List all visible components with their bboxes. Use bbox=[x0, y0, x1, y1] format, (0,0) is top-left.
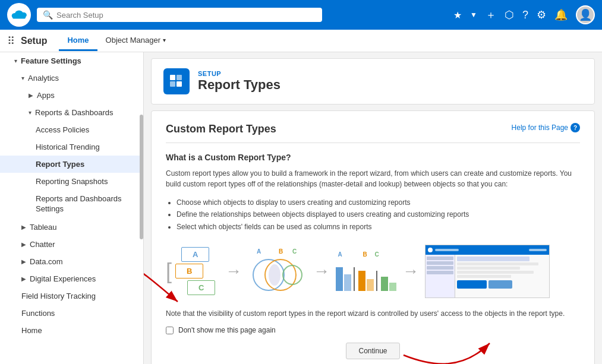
sidebar-item-label: Historical Trending bbox=[36, 143, 100, 151]
dont-show-checkbox[interactable] bbox=[166, 327, 174, 334]
sidebar-item-label: Tableau bbox=[30, 223, 57, 232]
setup-label: SETUP bbox=[198, 70, 280, 77]
checkbox-row: Don't show me this page again bbox=[166, 326, 580, 334]
chevron-down-icon: ▾ bbox=[14, 58, 17, 64]
box-b: B bbox=[175, 264, 203, 278]
section-title-row: Custom Report Types Help for this Page ? bbox=[166, 123, 580, 143]
screenshot-thumbnail bbox=[425, 245, 550, 298]
search-input[interactable] bbox=[56, 11, 316, 20]
page-title: Report Types bbox=[198, 77, 280, 93]
svg-rect-4 bbox=[170, 75, 175, 80]
sidebar-item-label: Analytics bbox=[28, 74, 59, 83]
sidebar-item-reports-dashboards-settings[interactable]: Reports and Dashboards Settings bbox=[0, 190, 143, 219]
help-text: Help for this Page bbox=[512, 124, 568, 132]
help-icon[interactable]: ? bbox=[522, 9, 528, 21]
sidebar-item-analytics[interactable]: ▾ Analytics bbox=[0, 69, 143, 87]
subsection-title: What is a Custom Report Type? bbox=[166, 153, 580, 162]
top-icons: ★ ▼ ＋ ⬡ ? ⚙ 🔔 👤 bbox=[453, 5, 595, 24]
sidebar-item-functions[interactable]: Functions bbox=[0, 305, 143, 322]
sidebar-item-digital-experiences[interactable]: ▶ Digital Experiences bbox=[0, 270, 143, 287]
chevron-right-icon: ▶ bbox=[21, 241, 26, 248]
chevron-right-icon: ▶ bbox=[21, 276, 26, 282]
tab-home[interactable]: Home bbox=[59, 31, 97, 51]
sidebar-item-access-policies[interactable]: Access Policies bbox=[0, 121, 143, 138]
setup-title: Setup bbox=[21, 36, 47, 46]
search-icon: 🔍 bbox=[43, 10, 53, 20]
chevron-down-icon: ▾ bbox=[163, 37, 166, 43]
venn-diagram: A B C bbox=[248, 246, 307, 296]
boxes-diagram: A B C bbox=[173, 245, 218, 297]
top-navigation-bar: 🔍 ★ ▼ ＋ ⬡ ? ⚙ 🔔 👤 bbox=[0, 0, 602, 30]
section-title: Custom Report Types bbox=[166, 123, 276, 135]
note-text: Note that the visibility of custom repor… bbox=[166, 308, 580, 319]
sidebar-item-chatter[interactable]: ▶ Chatter bbox=[0, 236, 143, 253]
sidebar-item-reports-dashboards[interactable]: ▾ Reports & Dashboards bbox=[0, 104, 143, 121]
sidebar-item-label: Functions bbox=[21, 309, 55, 318]
salesforce-logo[interactable] bbox=[7, 3, 31, 27]
dropdown-icon[interactable]: ▼ bbox=[470, 11, 477, 19]
star-icon[interactable]: ★ bbox=[453, 10, 462, 21]
chevron-down-icon: ▾ bbox=[29, 109, 31, 116]
salesforce-icon[interactable]: ⬡ bbox=[505, 8, 514, 21]
sidebar-item-reporting-snapshots[interactable]: Reporting Snapshots bbox=[0, 173, 143, 190]
svg-text:B: B bbox=[279, 248, 283, 255]
sidebar-item-apps[interactable]: ▶ Apps bbox=[0, 87, 143, 104]
chevron-down-icon: ▾ bbox=[21, 75, 24, 81]
sidebar: ▾ Feature Settings ▾ Analytics ▶ Apps ▾ … bbox=[0, 52, 144, 364]
svg-rect-7 bbox=[176, 81, 182, 87]
content-area: SETUP Report Types Custom Report Types H… bbox=[144, 52, 602, 364]
sidebar-item-label: Field History Tracking bbox=[21, 292, 96, 300]
arrow-right-icon: → bbox=[225, 262, 242, 281]
sidebar-item-tableau[interactable]: ▶ Tableau bbox=[0, 219, 143, 236]
svg-rect-6 bbox=[170, 81, 175, 87]
bracket-icon: [ bbox=[166, 261, 172, 282]
page-header: SETUP Report Types bbox=[151, 58, 595, 105]
notifications-icon[interactable]: 🔔 bbox=[554, 8, 568, 21]
sidebar-item-home[interactable]: Home bbox=[0, 322, 143, 339]
list-item: Choose which objects to display to users… bbox=[176, 197, 580, 208]
header-text: SETUP Report Types bbox=[198, 70, 280, 93]
sidebar-item-label: Home bbox=[21, 326, 42, 335]
svg-rect-5 bbox=[176, 75, 182, 80]
box-c: C bbox=[187, 280, 215, 295]
chevron-right-icon: ▶ bbox=[21, 258, 26, 265]
list-item: Select which objects' fields can be used… bbox=[176, 221, 580, 233]
svg-text:C: C bbox=[292, 248, 297, 255]
sidebar-item-field-history-tracking[interactable]: Field History Tracking bbox=[0, 287, 143, 305]
tab-object-manager[interactable]: Object Manager ▾ bbox=[97, 31, 175, 51]
help-link[interactable]: Help for this Page ? bbox=[512, 123, 580, 132]
svg-point-14 bbox=[269, 264, 280, 286]
main-content-card: Custom Report Types Help for this Page ?… bbox=[151, 110, 595, 364]
bullet-list: Choose which objects to display to users… bbox=[166, 197, 580, 233]
grid-icon[interactable]: ⠿ bbox=[7, 34, 15, 48]
sidebar-item-label: Data.com bbox=[30, 257, 63, 266]
main-layout: ▾ Feature Settings ▾ Analytics ▶ Apps ▾ … bbox=[0, 52, 602, 364]
continue-button[interactable]: Continue bbox=[346, 343, 399, 359]
svg-point-13 bbox=[283, 265, 302, 284]
settings-icon[interactable]: ⚙ bbox=[537, 8, 546, 21]
add-icon[interactable]: ＋ bbox=[486, 8, 496, 22]
sidebar-item-historical-trending[interactable]: Historical Trending bbox=[0, 138, 143, 156]
chevron-right-icon: ▶ bbox=[29, 92, 33, 99]
continue-button-row: Continue bbox=[166, 343, 580, 359]
sidebar-item-label: Feature Settings bbox=[21, 56, 81, 65]
dont-show-label[interactable]: Don't show me this page again bbox=[178, 326, 276, 334]
diagrams-row: [ A B C → A B C bbox=[166, 242, 580, 300]
svg-text:A: A bbox=[257, 248, 261, 255]
sidebar-item-feature-settings[interactable]: ▾ Feature Settings bbox=[0, 52, 143, 69]
arrow-right-icon-2: → bbox=[313, 262, 330, 281]
sidebar-item-label: Digital Experiences bbox=[30, 274, 96, 283]
diagram-area: [ A B C → A B C bbox=[166, 242, 580, 300]
search-bar[interactable]: 🔍 bbox=[37, 8, 322, 22]
sidebar-item-report-types[interactable]: Report Types bbox=[0, 156, 143, 173]
description-text: Custom report types allow you to build a… bbox=[166, 168, 580, 189]
chevron-right-icon: ▶ bbox=[21, 224, 26, 230]
avatar[interactable]: 👤 bbox=[576, 5, 595, 24]
sidebar-item-label: Reporting Snapshots bbox=[36, 177, 108, 186]
columns-diagram: A B C bbox=[336, 251, 396, 291]
sidebar-item-data-com[interactable]: ▶ Data.com bbox=[0, 253, 143, 270]
box-a: A bbox=[181, 247, 209, 262]
arrow-right-icon-3: → bbox=[402, 262, 419, 281]
help-circle-icon: ? bbox=[571, 123, 580, 132]
sidebar-item-label: Access Policies bbox=[36, 125, 89, 134]
